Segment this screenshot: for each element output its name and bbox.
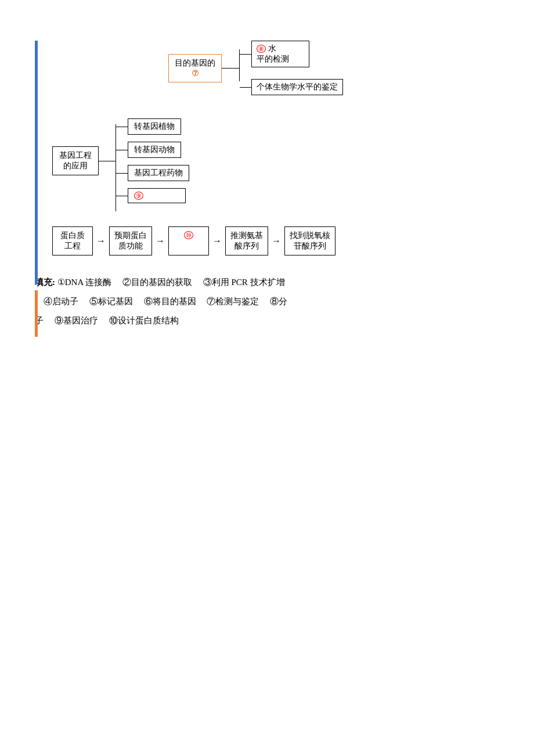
box-9: ⑨ (128, 188, 186, 203)
box-animal: 转基因动物 (128, 142, 181, 158)
expected-func-l1: 预期蛋白 (114, 231, 147, 241)
protein-eng-l1: 蛋白质 (57, 231, 88, 241)
h-b3 (116, 173, 128, 174)
animal-text: 转基因动物 (134, 145, 175, 154)
branch-medicine: 基因工程药物 (116, 165, 189, 181)
medicine-text: 基因工程药物 (134, 168, 183, 177)
individual-biology-text: 个体生物学水平的鉴定 (257, 82, 338, 91)
application-line2: 的应用 (59, 161, 92, 171)
diagram-inner: 目的基因的 ⑦ (52, 41, 499, 255)
box-protein-eng: 蛋白质 工程 (52, 226, 93, 255)
node-detection-label: 目的基因的 (175, 58, 215, 69)
protein-eng-l2: 工程 (57, 241, 88, 251)
section3-protein: 蛋白质 工程 → 预期蛋白 质功能 → ⑩ → (52, 226, 499, 255)
h-line-app (99, 161, 116, 161)
h-line-1 (222, 68, 239, 69)
branch-9: ⑨ (116, 188, 189, 203)
fill-item-7: ⑦检测与鉴定 (198, 297, 259, 306)
h-b2 (116, 150, 128, 150)
node-detection-box: 目的基因的 ⑦ (168, 54, 222, 82)
fill-item-9: ⑨基因治疗 (46, 316, 98, 325)
nucleotide-l2: 苷酸序列 (290, 241, 330, 251)
amino-acid-l1: 推测氨基 (230, 231, 263, 241)
box-amino-acid: 推测氨基 酸序列 (225, 226, 268, 255)
section1: 目的基因的 ⑦ (52, 41, 499, 95)
page: 目的基因的 ⑦ (35, 41, 499, 330)
plant-text: 转基因植物 (134, 122, 175, 131)
arrow-1: → (96, 236, 106, 246)
circle-9: ⑨ (134, 192, 143, 200)
level-detect-text: 平的检测 (257, 54, 304, 64)
application-line1: 基因工程 (59, 150, 92, 161)
fill-item-4: ④启动子 (35, 297, 78, 306)
branch-plant: 转基因植物 (116, 118, 189, 135)
box-10: ⑩ (168, 226, 209, 255)
fill-item-10: ⑩设计蛋白质结构 (100, 316, 179, 325)
box-application: 基因工程 的应用 (52, 146, 99, 175)
circle-8: ⑧ (257, 45, 266, 53)
circle-10: ⑩ (184, 231, 193, 239)
box-nucleotide: 找到脱氧核 苷酸序列 (284, 226, 335, 255)
left-orange-bar (35, 290, 38, 337)
expected-func-l2: 质功能 (114, 241, 147, 251)
fill-item-6: ⑥将目的基因 (135, 297, 196, 306)
node-detection-num: ⑦ (175, 69, 215, 78)
fill-item-1: ①DNA 连接酶 (57, 278, 111, 287)
h-b4 (116, 196, 128, 196)
branches-right-1: ⑧ 水 平的检测 个体生物学水平的鉴定 (240, 41, 343, 95)
branch-detection-bottom: 个体生物学水平的鉴定 (240, 79, 343, 95)
h-b1 (116, 127, 128, 127)
box-medicine: 基因工程药物 (128, 165, 189, 181)
branch-detection-top: ⑧ 水 平的检测 (240, 41, 343, 67)
application-branches: 转基因植物 转基因动物 基因工程药物 (116, 118, 189, 203)
diagram-container: 目的基因的 ⑦ (35, 41, 499, 255)
nucleotide-l1: 找到脱氧核 (290, 231, 330, 241)
box-expected-func: 预期蛋白 质功能 (109, 226, 152, 255)
section2: 基因工程 的应用 转基因植物 (52, 118, 499, 203)
fill-area: 填充: ①DNA 连接酶 ②目的基因的获取 ③利用 PCR 技术扩增 ④启动子 … (35, 273, 499, 330)
amino-acid-l2: 酸序列 (230, 241, 263, 251)
v-connector-1 (239, 49, 240, 81)
h-branch-top (240, 54, 251, 55)
box-plant: 转基因植物 (128, 118, 181, 135)
arrow-3: → (212, 236, 222, 246)
fill-label: 填充: (35, 278, 55, 287)
fill-item-8: ⑧分 (261, 297, 287, 306)
v-connector-app (116, 124, 116, 211)
branch-animal: 转基因动物 (116, 142, 189, 158)
box-molecular-detection: ⑧ 水 平的检测 (251, 41, 309, 67)
arrow-4: → (272, 236, 281, 246)
fill-item-5: ⑤标记基因 (81, 297, 133, 306)
fill-item-2: ②目的基因的获取 (114, 278, 192, 287)
left-blue-bar (35, 41, 38, 285)
box-individual-biology: 个体生物学水平的鉴定 (251, 79, 343, 95)
h-branch-bottom (240, 87, 251, 88)
arrow-2: → (156, 236, 165, 246)
fill-item-3: ③利用 PCR 技术扩增 (194, 278, 285, 287)
water-text: 水 (268, 44, 276, 53)
